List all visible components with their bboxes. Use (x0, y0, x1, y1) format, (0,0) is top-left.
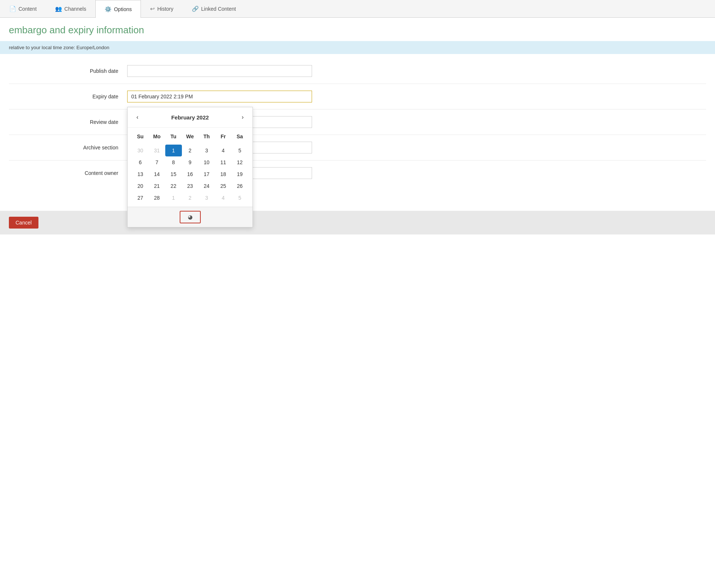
cal-day[interactable]: 24 (198, 180, 215, 192)
cancel-button[interactable]: Cancel (9, 217, 38, 229)
tab-history[interactable]: ↩ History (141, 0, 183, 17)
cal-day[interactable]: 21 (149, 180, 165, 192)
cal-day[interactable]: 8 (165, 156, 182, 168)
calendar: ‹ February 2022 › Su Mo Tu We Th Fr Sa (127, 107, 253, 227)
weekday-sa: Sa (231, 132, 248, 141)
expiry-date-input[interactable] (127, 91, 312, 102)
tab-content-label: Content (18, 6, 37, 12)
tab-channels[interactable]: 👥 Channels (46, 0, 95, 17)
cal-day[interactable]: 23 (182, 180, 199, 192)
cal-day[interactable]: 1 (165, 192, 182, 204)
channels-icon: 👥 (55, 6, 62, 12)
cal-day[interactable]: 22 (165, 180, 182, 192)
tab-history-label: History (157, 6, 173, 12)
weekday-su: Su (132, 132, 149, 141)
weekday-th: Th (198, 132, 215, 141)
archive-section-row: Archive section (9, 142, 706, 160)
review-date-label: Review date (9, 119, 127, 125)
footer-bar: Cancel (0, 211, 715, 234)
content-icon: 📄 (9, 6, 16, 12)
weekday-tu: Tu (165, 132, 182, 141)
cal-day[interactable]: 3 (198, 192, 215, 204)
cal-day[interactable]: 14 (149, 168, 165, 180)
cal-day[interactable]: 19 (231, 168, 248, 180)
time-picker-button[interactable]: ◕ (180, 211, 201, 223)
tab-content[interactable]: 📄 Content (0, 0, 46, 17)
form-area: Publish date Expiry date ‹ February 2022… (0, 54, 715, 203)
cal-day[interactable]: 16 (182, 168, 199, 180)
content-owner-row: Content owner (9, 167, 706, 186)
weekday-we: We (182, 132, 199, 141)
archive-section-label: Archive section (9, 145, 127, 151)
cal-day[interactable]: 5 (231, 145, 248, 156)
cal-day[interactable]: 13 (132, 168, 149, 180)
prev-month-button[interactable]: ‹ (133, 112, 141, 122)
cal-day[interactable]: 4 (215, 192, 231, 204)
cal-day[interactable]: 30 (132, 145, 149, 156)
cal-day[interactable]: 6 (132, 156, 149, 168)
cal-day[interactable]: 4 (215, 145, 231, 156)
cal-day[interactable]: 17 (198, 168, 215, 180)
tab-options-label: Options (114, 6, 132, 12)
cal-day[interactable]: 2 (182, 145, 199, 156)
cal-day[interactable]: 15 (165, 168, 182, 180)
review-date-row: Review date (9, 116, 706, 135)
publish-date-label: Publish date (9, 68, 127, 74)
page-heading: embargo and expiry information (0, 18, 715, 41)
cal-day[interactable]: 5 (231, 192, 248, 204)
content-owner-label: Content owner (9, 170, 127, 176)
cal-day[interactable]: 9 (182, 156, 199, 168)
calendar-footer: ◕ (128, 207, 253, 227)
tab-linked-content-label: Linked Content (201, 6, 236, 12)
calendar-dropdown: ‹ February 2022 › Su Mo Tu We Th Fr Sa (127, 107, 253, 227)
tab-options[interactable]: ⚙️ Options (95, 0, 141, 18)
weekday-fr: Fr (215, 132, 231, 141)
cal-day[interactable]: 26 (231, 180, 248, 192)
cal-day[interactable]: 28 (149, 192, 165, 204)
cal-day[interactable]: 3 (198, 145, 215, 156)
cal-day[interactable]: 2 (182, 192, 199, 204)
cal-day[interactable]: 18 (215, 168, 231, 180)
tab-bar: 📄 Content 👥 Channels ⚙️ Options ↩ Histor… (0, 0, 715, 18)
tab-channels-label: Channels (64, 6, 86, 12)
linked-content-icon: 🔗 (192, 6, 199, 12)
cal-day[interactable]: 20 (132, 180, 149, 192)
cal-day[interactable]: 31 (149, 145, 165, 156)
info-banner: relative to your local time zone: Europe… (0, 41, 715, 54)
publish-date-row: Publish date (9, 65, 706, 84)
cal-day[interactable]: 11 (215, 156, 231, 168)
clock-icon: ◕ (188, 214, 193, 220)
cal-day[interactable]: 10 (198, 156, 215, 168)
cal-day[interactable]: 12 (231, 156, 248, 168)
expiry-date-label: Expiry date (9, 94, 127, 99)
cal-day[interactable]: 27 (132, 192, 149, 204)
expiry-date-row: Expiry date ‹ February 2022 › Su Mo Tu (9, 91, 706, 109)
options-icon: ⚙️ (105, 6, 112, 13)
calendar-days: 30 31 1 2 3 4 5 6 7 8 9 10 11 1 (132, 145, 248, 204)
weekday-mo: Mo (149, 132, 165, 141)
calendar-month-title: February 2022 (171, 114, 209, 121)
calendar-header: ‹ February 2022 › (128, 107, 253, 128)
cal-day[interactable]: 7 (149, 156, 165, 168)
history-icon: ↩ (150, 6, 155, 12)
cal-day-selected[interactable]: 1 (165, 145, 182, 156)
next-month-button[interactable]: › (239, 112, 247, 122)
tab-linked-content[interactable]: 🔗 Linked Content (183, 0, 245, 17)
calendar-weekdays: Su Mo Tu We Th Fr Sa (132, 131, 248, 142)
calendar-grid: Su Mo Tu We Th Fr Sa 30 31 1 2 (128, 128, 253, 207)
cal-day[interactable]: 25 (215, 180, 231, 192)
publish-date-input[interactable] (127, 65, 312, 77)
